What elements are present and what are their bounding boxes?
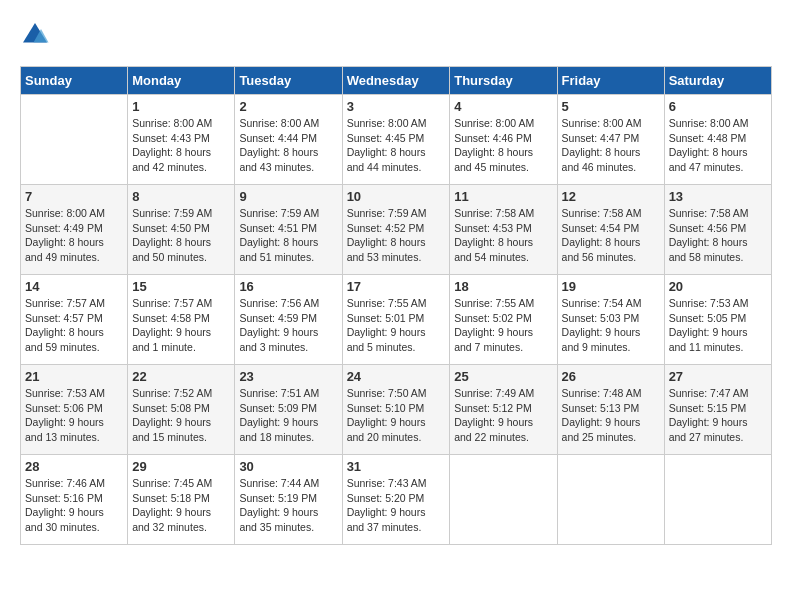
day-info: Sunrise: 7:45 AMSunset: 5:18 PMDaylight:…	[132, 476, 230, 535]
day-number: 20	[669, 279, 767, 294]
day-number: 29	[132, 459, 230, 474]
calendar-cell: 17 Sunrise: 7:55 AMSunset: 5:01 PMDaylig…	[342, 275, 450, 365]
day-number: 4	[454, 99, 552, 114]
calendar-cell: 27 Sunrise: 7:47 AMSunset: 5:15 PMDaylig…	[664, 365, 771, 455]
calendar-cell	[664, 455, 771, 545]
calendar-week-row: 1 Sunrise: 8:00 AMSunset: 4:43 PMDayligh…	[21, 95, 772, 185]
calendar-cell: 25 Sunrise: 7:49 AMSunset: 5:12 PMDaylig…	[450, 365, 557, 455]
day-number: 13	[669, 189, 767, 204]
calendar-cell: 19 Sunrise: 7:54 AMSunset: 5:03 PMDaylig…	[557, 275, 664, 365]
calendar-cell: 22 Sunrise: 7:52 AMSunset: 5:08 PMDaylig…	[128, 365, 235, 455]
calendar-cell: 3 Sunrise: 8:00 AMSunset: 4:45 PMDayligh…	[342, 95, 450, 185]
logo	[20, 20, 54, 50]
calendar-cell: 21 Sunrise: 7:53 AMSunset: 5:06 PMDaylig…	[21, 365, 128, 455]
day-number: 6	[669, 99, 767, 114]
calendar-week-row: 14 Sunrise: 7:57 AMSunset: 4:57 PMDaylig…	[21, 275, 772, 365]
day-info: Sunrise: 7:58 AMSunset: 4:53 PMDaylight:…	[454, 206, 552, 265]
day-info: Sunrise: 7:54 AMSunset: 5:03 PMDaylight:…	[562, 296, 660, 355]
calendar-cell: 5 Sunrise: 8:00 AMSunset: 4:47 PMDayligh…	[557, 95, 664, 185]
day-info: Sunrise: 7:58 AMSunset: 4:56 PMDaylight:…	[669, 206, 767, 265]
day-info: Sunrise: 7:51 AMSunset: 5:09 PMDaylight:…	[239, 386, 337, 445]
day-info: Sunrise: 7:59 AMSunset: 4:52 PMDaylight:…	[347, 206, 446, 265]
day-number: 2	[239, 99, 337, 114]
calendar-cell: 24 Sunrise: 7:50 AMSunset: 5:10 PMDaylig…	[342, 365, 450, 455]
day-number: 3	[347, 99, 446, 114]
calendar-cell: 9 Sunrise: 7:59 AMSunset: 4:51 PMDayligh…	[235, 185, 342, 275]
calendar-cell: 26 Sunrise: 7:48 AMSunset: 5:13 PMDaylig…	[557, 365, 664, 455]
calendar-cell	[557, 455, 664, 545]
day-number: 26	[562, 369, 660, 384]
day-info: Sunrise: 8:00 AMSunset: 4:43 PMDaylight:…	[132, 116, 230, 175]
calendar-week-row: 28 Sunrise: 7:46 AMSunset: 5:16 PMDaylig…	[21, 455, 772, 545]
day-info: Sunrise: 8:00 AMSunset: 4:46 PMDaylight:…	[454, 116, 552, 175]
calendar-cell: 31 Sunrise: 7:43 AMSunset: 5:20 PMDaylig…	[342, 455, 450, 545]
day-info: Sunrise: 7:48 AMSunset: 5:13 PMDaylight:…	[562, 386, 660, 445]
day-info: Sunrise: 7:57 AMSunset: 4:58 PMDaylight:…	[132, 296, 230, 355]
day-info: Sunrise: 7:44 AMSunset: 5:19 PMDaylight:…	[239, 476, 337, 535]
calendar-cell: 1 Sunrise: 8:00 AMSunset: 4:43 PMDayligh…	[128, 95, 235, 185]
weekday-header: Monday	[128, 67, 235, 95]
day-number: 17	[347, 279, 446, 294]
day-number: 27	[669, 369, 767, 384]
day-info: Sunrise: 8:00 AMSunset: 4:49 PMDaylight:…	[25, 206, 123, 265]
calendar-cell: 18 Sunrise: 7:55 AMSunset: 5:02 PMDaylig…	[450, 275, 557, 365]
day-info: Sunrise: 7:46 AMSunset: 5:16 PMDaylight:…	[25, 476, 123, 535]
calendar-cell: 14 Sunrise: 7:57 AMSunset: 4:57 PMDaylig…	[21, 275, 128, 365]
day-number: 15	[132, 279, 230, 294]
calendar-cell: 30 Sunrise: 7:44 AMSunset: 5:19 PMDaylig…	[235, 455, 342, 545]
weekday-header: Saturday	[664, 67, 771, 95]
day-info: Sunrise: 7:52 AMSunset: 5:08 PMDaylight:…	[132, 386, 230, 445]
calendar-cell: 23 Sunrise: 7:51 AMSunset: 5:09 PMDaylig…	[235, 365, 342, 455]
day-number: 7	[25, 189, 123, 204]
calendar-cell: 2 Sunrise: 8:00 AMSunset: 4:44 PMDayligh…	[235, 95, 342, 185]
calendar-table: SundayMondayTuesdayWednesdayThursdayFrid…	[20, 66, 772, 545]
day-number: 8	[132, 189, 230, 204]
day-info: Sunrise: 7:50 AMSunset: 5:10 PMDaylight:…	[347, 386, 446, 445]
calendar-cell: 28 Sunrise: 7:46 AMSunset: 5:16 PMDaylig…	[21, 455, 128, 545]
weekday-header-row: SundayMondayTuesdayWednesdayThursdayFrid…	[21, 67, 772, 95]
day-number: 28	[25, 459, 123, 474]
day-info: Sunrise: 7:53 AMSunset: 5:06 PMDaylight:…	[25, 386, 123, 445]
calendar-cell: 15 Sunrise: 7:57 AMSunset: 4:58 PMDaylig…	[128, 275, 235, 365]
day-info: Sunrise: 7:59 AMSunset: 4:50 PMDaylight:…	[132, 206, 230, 265]
day-number: 21	[25, 369, 123, 384]
page-header	[20, 20, 772, 50]
day-number: 30	[239, 459, 337, 474]
calendar-cell: 10 Sunrise: 7:59 AMSunset: 4:52 PMDaylig…	[342, 185, 450, 275]
day-info: Sunrise: 7:56 AMSunset: 4:59 PMDaylight:…	[239, 296, 337, 355]
calendar-cell: 20 Sunrise: 7:53 AMSunset: 5:05 PMDaylig…	[664, 275, 771, 365]
logo-icon	[20, 20, 50, 50]
day-number: 5	[562, 99, 660, 114]
day-number: 25	[454, 369, 552, 384]
day-number: 12	[562, 189, 660, 204]
calendar-cell: 29 Sunrise: 7:45 AMSunset: 5:18 PMDaylig…	[128, 455, 235, 545]
weekday-header: Tuesday	[235, 67, 342, 95]
calendar-cell: 8 Sunrise: 7:59 AMSunset: 4:50 PMDayligh…	[128, 185, 235, 275]
weekday-header: Wednesday	[342, 67, 450, 95]
day-info: Sunrise: 8:00 AMSunset: 4:47 PMDaylight:…	[562, 116, 660, 175]
day-number: 1	[132, 99, 230, 114]
day-info: Sunrise: 7:55 AMSunset: 5:02 PMDaylight:…	[454, 296, 552, 355]
calendar-week-row: 7 Sunrise: 8:00 AMSunset: 4:49 PMDayligh…	[21, 185, 772, 275]
day-info: Sunrise: 8:00 AMSunset: 4:44 PMDaylight:…	[239, 116, 337, 175]
day-number: 31	[347, 459, 446, 474]
day-number: 19	[562, 279, 660, 294]
day-info: Sunrise: 7:59 AMSunset: 4:51 PMDaylight:…	[239, 206, 337, 265]
calendar-cell	[450, 455, 557, 545]
day-info: Sunrise: 8:00 AMSunset: 4:45 PMDaylight:…	[347, 116, 446, 175]
day-number: 24	[347, 369, 446, 384]
calendar-cell	[21, 95, 128, 185]
calendar-cell: 12 Sunrise: 7:58 AMSunset: 4:54 PMDaylig…	[557, 185, 664, 275]
calendar-cell: 11 Sunrise: 7:58 AMSunset: 4:53 PMDaylig…	[450, 185, 557, 275]
weekday-header: Sunday	[21, 67, 128, 95]
day-number: 14	[25, 279, 123, 294]
calendar-week-row: 21 Sunrise: 7:53 AMSunset: 5:06 PMDaylig…	[21, 365, 772, 455]
day-number: 18	[454, 279, 552, 294]
calendar-cell: 16 Sunrise: 7:56 AMSunset: 4:59 PMDaylig…	[235, 275, 342, 365]
calendar-cell: 7 Sunrise: 8:00 AMSunset: 4:49 PMDayligh…	[21, 185, 128, 275]
day-number: 10	[347, 189, 446, 204]
day-info: Sunrise: 7:43 AMSunset: 5:20 PMDaylight:…	[347, 476, 446, 535]
weekday-header: Friday	[557, 67, 664, 95]
day-info: Sunrise: 7:58 AMSunset: 4:54 PMDaylight:…	[562, 206, 660, 265]
day-number: 22	[132, 369, 230, 384]
